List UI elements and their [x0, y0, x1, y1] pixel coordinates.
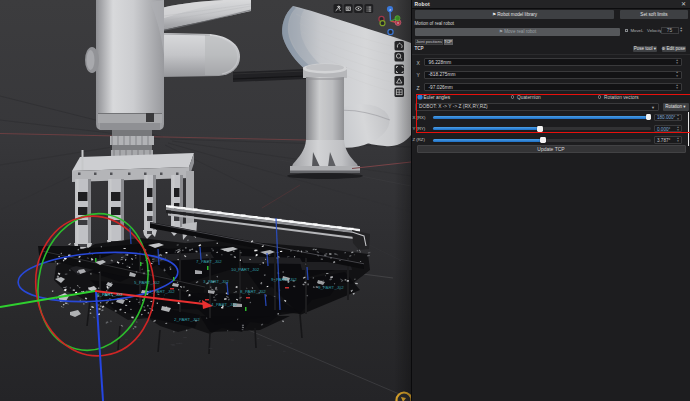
svg-text:4_PART_J02: 4_PART_J02	[211, 302, 237, 307]
svg-text:2_PART_J02: 2_PART_J02	[174, 317, 200, 322]
svg-text:7_PART_J02: 7_PART_J02	[196, 259, 222, 264]
svg-text:9_PART_J02: 9_PART_J02	[271, 277, 297, 282]
svg-text:z: z	[389, 8, 391, 12]
svg-text:5_PART_J02: 5_PART_J02	[134, 280, 160, 285]
svg-text:6_PART_J02: 6_PART_J02	[97, 292, 123, 297]
svg-text:9_PART_J02: 9_PART_J02	[318, 285, 344, 290]
svg-text:3_PART_J02: 3_PART_J02	[203, 279, 229, 284]
svg-text:1_PART_J02: 1_PART_J02	[149, 289, 175, 294]
svg-text:8_PART_J02: 8_PART_J02	[240, 289, 266, 294]
svg-text:10_PART_J02: 10_PART_J02	[231, 267, 260, 272]
